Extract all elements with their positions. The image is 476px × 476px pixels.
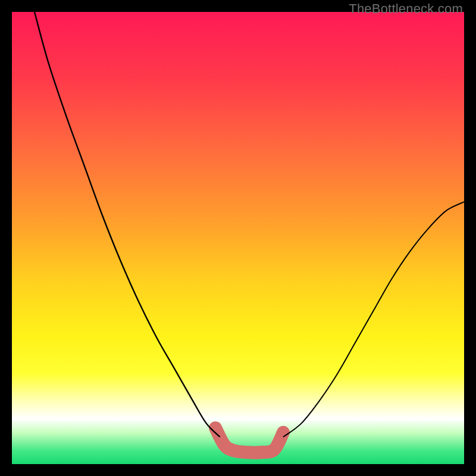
series-left-curve <box>35 12 220 437</box>
curve-layer <box>12 12 464 464</box>
series-bottom-band <box>215 428 283 453</box>
series-right-curve <box>283 202 464 437</box>
plot-area <box>12 12 464 464</box>
chart-frame: TheBottleneck.com <box>0 0 476 476</box>
watermark-text: TheBottleneck.com <box>349 1 463 17</box>
